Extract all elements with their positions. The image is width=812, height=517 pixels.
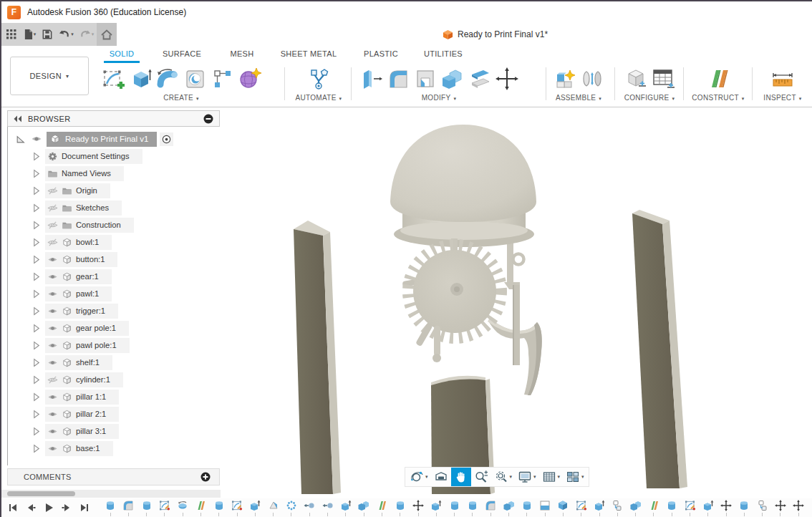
- browser-tree-row[interactable]: base:1: [7, 440, 222, 457]
- plane[interactable]: [376, 500, 387, 516]
- browser-tree-row[interactable]: Document Settings: [7, 148, 222, 165]
- group-label-create[interactable]: CREATE: [163, 94, 198, 102]
- combine[interactable]: [358, 500, 369, 516]
- cylinder[interactable]: [395, 500, 406, 516]
- pattern[interactable]: [286, 500, 297, 516]
- create-box-icon[interactable]: [127, 66, 153, 92]
- sketch[interactable]: [576, 500, 587, 516]
- add-comment-icon[interactable]: [200, 472, 211, 482]
- activate-component-radio[interactable]: [160, 132, 173, 146]
- visibility-eye-icon[interactable]: [47, 392, 58, 402]
- expand-arrow-icon[interactable]: [32, 272, 41, 281]
- comments-panel[interactable]: COMMENTS: [7, 468, 220, 485]
- browser-tree-row[interactable]: pillar 3:1: [7, 422, 222, 440]
- browser-panel-header[interactable]: BROWSER: [7, 110, 220, 127]
- expand-arrow-icon[interactable]: [16, 135, 25, 144]
- expand-arrow-icon[interactable]: [32, 410, 41, 419]
- cylinder[interactable]: [213, 500, 225, 516]
- ribbon-tab[interactable]: SURFACE: [158, 47, 206, 62]
- browser-tree-row[interactable]: shelf:1: [7, 354, 222, 371]
- fillet[interactable]: [485, 500, 496, 516]
- undo-icon[interactable]: ▾: [56, 25, 77, 44]
- expand-arrow-icon[interactable]: [32, 238, 41, 247]
- browser-tree-row[interactable]: pillar 1:1: [7, 388, 222, 405]
- move-copy-icon[interactable]: [494, 66, 520, 92]
- expand-arrow-icon[interactable]: [32, 375, 41, 385]
- visibility-eye-icon[interactable]: [31, 133, 42, 145]
- orbit[interactable]: [407, 468, 431, 486]
- split-body-icon[interactable]: [467, 66, 493, 92]
- look-at[interactable]: [431, 468, 451, 486]
- browser-tree-row[interactable]: bowl:1: [7, 233, 222, 251]
- expand-arrow-icon[interactable]: [32, 152, 41, 161]
- expand-arrow-icon[interactable]: [32, 203, 41, 213]
- fillet-icon[interactable]: [385, 66, 411, 92]
- ribbon-tab[interactable]: SOLID: [102, 47, 142, 62]
- redo-icon[interactable]: ▾: [77, 25, 97, 44]
- browser-horizontal-scrollbar[interactable]: [1, 490, 221, 498]
- browser-tree-row[interactable]: Sketches: [7, 199, 222, 216]
- play[interactable]: [43, 502, 54, 513]
- group-label-construct[interactable]: CONSTRUCT: [692, 94, 744, 102]
- expand-arrow-icon[interactable]: [32, 221, 41, 230]
- move[interactable]: [775, 500, 786, 516]
- component[interactable]: [757, 500, 768, 516]
- grid-layout[interactable]: [539, 468, 564, 486]
- browser-tree-row[interactable]: Origin: [7, 182, 222, 199]
- visibility-eye-icon[interactable]: [47, 340, 58, 351]
- browser-tree-row[interactable]: cylinder:1: [7, 371, 222, 388]
- extrude[interactable]: [340, 500, 352, 516]
- cube[interactable]: [557, 500, 569, 516]
- cylinder[interactable]: [105, 500, 116, 516]
- expand-arrow-icon[interactable]: [32, 324, 41, 333]
- pan[interactable]: [451, 468, 471, 486]
- ribbon-tab[interactable]: MESH: [223, 47, 261, 62]
- visibility-eye-off-icon[interactable]: [47, 375, 58, 385]
- group-label-inspect[interactable]: INSPECT: [763, 94, 801, 102]
- cylinder[interactable]: [449, 500, 460, 516]
- expand-arrow-icon[interactable]: [32, 186, 41, 195]
- visibility-eye-off-icon[interactable]: [47, 237, 58, 248]
- collapse-circle-icon[interactable]: [203, 114, 213, 124]
- browser-tree-row[interactable]: gear:1: [7, 268, 222, 285]
- combine-icon[interactable]: [440, 66, 465, 92]
- group-label-modify[interactable]: MODIFY: [422, 94, 457, 102]
- move[interactable]: [793, 500, 804, 516]
- cylinder[interactable]: [467, 500, 478, 516]
- combine[interactable]: [630, 500, 642, 516]
- scrollbar-thumb[interactable]: [7, 491, 75, 496]
- step-back[interactable]: [25, 502, 37, 513]
- plane[interactable]: [648, 500, 659, 516]
- create-revolve-icon[interactable]: [182, 66, 208, 92]
- visibility-eye-icon[interactable]: [47, 323, 58, 334]
- extrude[interactable]: [702, 500, 714, 516]
- save-icon[interactable]: [39, 25, 56, 44]
- create-sketch-icon[interactable]: [100, 66, 126, 92]
- cylinder[interactable]: [141, 500, 153, 516]
- group-label-automate[interactable]: AUTOMATE: [296, 94, 342, 102]
- measure-icon[interactable]: [770, 66, 796, 92]
- app-grid-icon[interactable]: [1, 25, 21, 44]
- joint[interactable]: [322, 500, 334, 516]
- browser-tree-row[interactable]: Named Views: [7, 165, 222, 182]
- skip-to-end[interactable]: [79, 502, 90, 513]
- box[interactable]: [539, 500, 551, 516]
- shell-icon[interactable]: [412, 66, 438, 92]
- visibility-eye-off-icon[interactable]: [47, 220, 58, 231]
- browser-tree-row[interactable]: pawl:1: [7, 285, 222, 302]
- visibility-eye-icon[interactable]: [47, 409, 58, 420]
- home-view-button[interactable]: [97, 23, 117, 46]
- browser-tree-row[interactable]: pawl pole:1: [7, 337, 222, 354]
- new-component-icon[interactable]: [552, 66, 578, 92]
- joint-icon[interactable]: [579, 66, 605, 92]
- expand-arrow-icon[interactable]: [32, 341, 41, 350]
- move[interactable]: [412, 500, 424, 516]
- move[interactable]: [720, 500, 732, 516]
- sketch[interactable]: [231, 500, 243, 516]
- collapse-panel-icon[interactable]: [14, 115, 22, 122]
- expand-arrow-icon[interactable]: [32, 392, 41, 402]
- cylinder[interactable]: [521, 500, 533, 516]
- visibility-eye-icon[interactable]: [47, 289, 58, 299]
- press-pull-icon[interactable]: [358, 66, 384, 92]
- expand-arrow-icon[interactable]: [32, 289, 41, 299]
